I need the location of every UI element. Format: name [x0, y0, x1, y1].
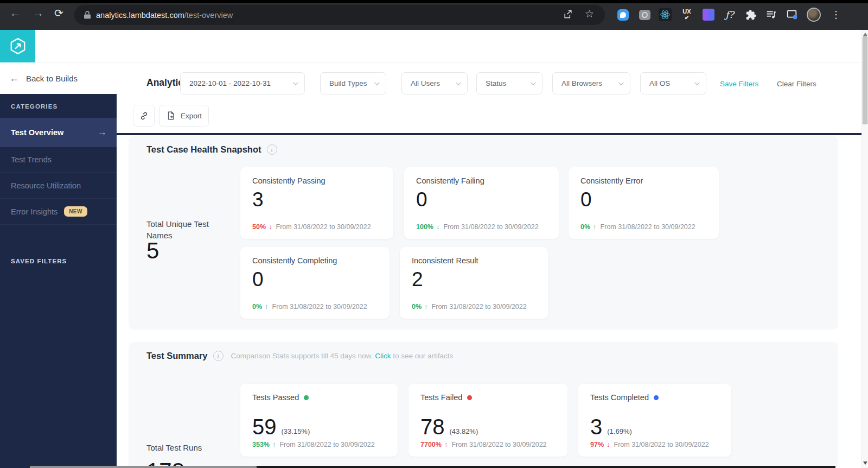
- card-value: 78: [420, 416, 445, 437]
- comparison-range: From 31/08/2022 to 30/09/2022: [451, 441, 546, 448]
- extension-icon-purple[interactable]: [701, 7, 716, 22]
- os-value: All OS: [649, 79, 670, 87]
- chevron-down-icon: [694, 80, 700, 85]
- playlist-extension-icon[interactable]: [764, 7, 779, 22]
- export-label: Export: [181, 112, 202, 120]
- os-filter[interactable]: All OS: [640, 72, 706, 94]
- summary-note: Comparison Stats supports till 45 days n…: [231, 352, 454, 360]
- card-inconsistent-result: Inconsistent Result 2 0% ↑ From 31/08/20…: [400, 247, 548, 319]
- categories-heading: CATEGORIES: [0, 94, 117, 118]
- react-devtools-icon[interactable]: [658, 7, 673, 22]
- comparison-range: From 31/08/2022 to 30/09/2022: [432, 303, 527, 311]
- card-share: (1.69%): [607, 427, 632, 437]
- card-title: Consistently Completing: [252, 256, 378, 265]
- users-value: All Users: [411, 79, 440, 87]
- back-to-builds-link[interactable]: ← Back to Builds: [0, 63, 117, 94]
- total-test-runs-label: Total Test Runs: [146, 442, 233, 453]
- url-path: /test-overview: [184, 11, 233, 20]
- total-unique-test-names-value: 5: [146, 238, 159, 264]
- browsers-value: All Browsers: [561, 79, 602, 87]
- card-share: (33.15%): [282, 427, 310, 437]
- bookmark-star-icon[interactable]: ☆: [585, 8, 594, 20]
- scrollbar-down-arrow[interactable]: [863, 461, 867, 465]
- trend-arrow-icon: ↑: [272, 440, 276, 448]
- status-dot-failed: [467, 395, 472, 400]
- chevron-down-icon: [456, 80, 461, 85]
- snapshot-section-title: Test Case Health Snapshot: [146, 144, 261, 155]
- clear-filters-link[interactable]: Clear Filters: [777, 80, 816, 88]
- card-value: 59: [252, 416, 277, 437]
- card-value: 3: [590, 416, 602, 437]
- browser-forward-icon[interactable]: →: [33, 7, 44, 18]
- comparison-range: From 31/08/2022 to 30/09/2022: [614, 441, 709, 448]
- sidebar-item-resource-utilization[interactable]: Resource Utilization: [0, 173, 117, 199]
- scrollbar-thumb[interactable]: [863, 36, 867, 124]
- trend-percent: 0%: [412, 303, 422, 311]
- new-badge: NEW: [64, 206, 87, 217]
- content-divider: [117, 133, 861, 135]
- tab-strip: [0, 0, 868, 3]
- card-share: (43.82%): [450, 427, 478, 437]
- card-title: Consistently Failing: [416, 176, 547, 185]
- info-icon[interactable]: i: [267, 144, 277, 155]
- card-value: 0: [252, 269, 378, 299]
- browsers-filter[interactable]: All Browsers: [552, 72, 630, 94]
- browser-reload-icon[interactable]: ⟳: [54, 8, 63, 18]
- status-dot-completed: [654, 395, 659, 400]
- users-filter[interactable]: All Users: [401, 72, 468, 94]
- extensions-puzzle-icon[interactable]: [743, 7, 758, 22]
- export-button[interactable]: Export: [159, 105, 209, 127]
- sidebar-item-error-insights[interactable]: Error Insights NEW: [0, 199, 117, 225]
- ux-check-extension-icon[interactable]: UX✔: [679, 7, 694, 22]
- trend-arrow-icon: ↓: [607, 440, 610, 448]
- browser-profile-avatar[interactable]: [806, 7, 821, 22]
- comparison-range: From 31/08/2022 to 30/09/2022: [279, 441, 374, 448]
- vertical-scrollbar[interactable]: [861, 30, 868, 468]
- app-header: 1 Configure Tunnel ? ↑ Upgrade: [0, 30, 868, 62]
- trend-percent: 7700%: [420, 441, 442, 448]
- info-icon[interactable]: i: [213, 351, 224, 361]
- sidebar-item-label: Test Overview: [11, 128, 63, 137]
- card-value: 3: [252, 189, 381, 219]
- screenshot-camera-icon[interactable]: [637, 7, 652, 22]
- card-title: Tests Completed: [590, 393, 649, 402]
- trend-percent: 353%: [252, 441, 270, 448]
- date-range-filter[interactable]: 2022-10-01 - 2022-10-31: [180, 72, 305, 94]
- screen-share-extension-icon[interactable]: [784, 7, 800, 22]
- scrollbar-up-arrow[interactable]: [863, 33, 867, 36]
- lock-icon: [84, 11, 91, 19]
- card-consistently-passing: Consistently Passing 3 50% ↓ From 31/08/…: [240, 167, 393, 239]
- copy-link-button[interactable]: [133, 105, 155, 127]
- build-types-value: Build Types: [329, 79, 367, 87]
- function-extension-icon[interactable]: ƒ?: [722, 7, 737, 22]
- sidebar-item-test-overview[interactable]: Test Overview →: [0, 118, 117, 147]
- card-title: Tests Failed: [420, 393, 462, 402]
- sidebar: CATEGORIES Test Overview → Test Trends R…: [0, 94, 117, 468]
- save-filters-link[interactable]: Save Filters: [720, 80, 758, 88]
- bottom-edge-strip-gray: [30, 466, 257, 468]
- back-arrow-icon: ←: [9, 73, 19, 84]
- card-title: Consistently Passing: [252, 176, 381, 185]
- status-filter[interactable]: Status: [476, 72, 542, 94]
- trend-percent: 97%: [590, 441, 604, 448]
- click-link[interactable]: Click: [375, 352, 391, 360]
- sidebar-item-label: Test Trends: [11, 155, 52, 164]
- card-value: 0: [580, 189, 707, 219]
- share-icon[interactable]: [563, 9, 573, 20]
- browser-back-icon[interactable]: ←: [10, 7, 21, 18]
- card-tests-failed: Tests Failed 78 (43.82%) 7700% ↑ From 31…: [409, 384, 567, 457]
- trend-arrow-icon: ↑: [424, 302, 428, 311]
- url-bar[interactable]: analytics.lambdatest.com/test-overview ☆: [74, 5, 605, 25]
- trend-percent: 0%: [580, 223, 590, 231]
- back-to-builds-label: Back to Builds: [26, 74, 78, 83]
- bottom-edge-strip-dark: [257, 466, 835, 468]
- card-consistently-failing: Consistently Failing 0 100% ↓ From 31/08…: [404, 167, 559, 239]
- trend-arrow-icon: ↓: [269, 223, 272, 231]
- browser-menu-kebab-icon[interactable]: ⋮: [828, 7, 844, 22]
- comparison-range: From 31/08/2022 to 30/09/2022: [276, 223, 371, 231]
- status-value: Status: [486, 79, 506, 87]
- lambdatest-logo[interactable]: [0, 30, 35, 62]
- build-types-filter[interactable]: Build Types: [320, 72, 386, 94]
- sidebar-item-test-trends[interactable]: Test Trends: [0, 147, 117, 173]
- extension-icon-blue[interactable]: [615, 7, 630, 22]
